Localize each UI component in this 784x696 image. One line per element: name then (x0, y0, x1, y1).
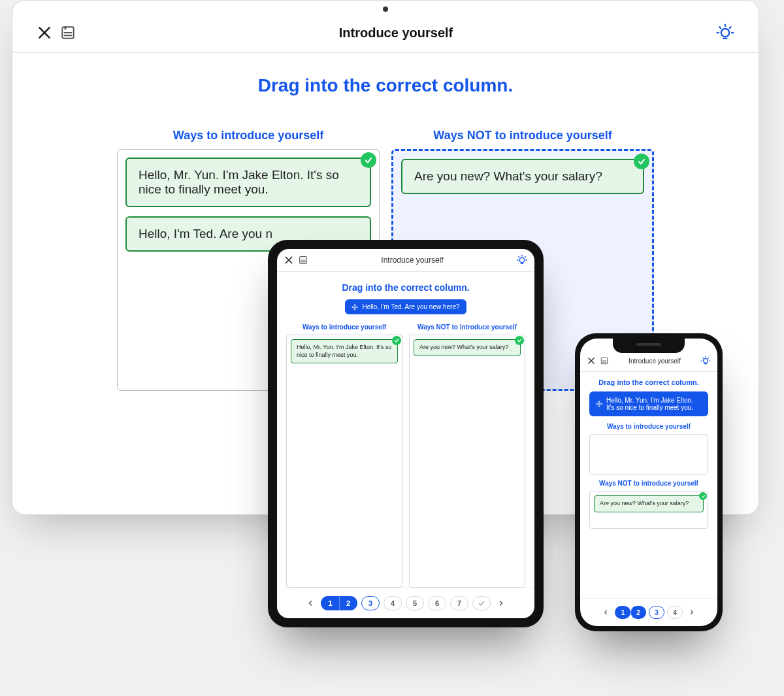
lesson-doc-icon[interactable] (298, 255, 308, 265)
submit-check-button[interactable] (472, 596, 491, 610)
hint-lightbulb-icon[interactable] (700, 356, 711, 366)
instruction-text: Drag into the correct column. (12, 75, 759, 96)
camera-dot (383, 7, 388, 12)
phone-screen: Introduce yourself Drag into the correct… (580, 339, 717, 626)
right-column-title: Ways NOT to introduce yourself (580, 480, 717, 487)
left-drop-zone[interactable]: Hello, Mr. Yun. I'm Jake Elton. It's so … (286, 335, 402, 588)
card-text: Hello, Mr. Yun. I'm Jake Elton. It's so … (297, 344, 391, 358)
draggable-chip[interactable]: Hello, I'm Ted. Are you new here? (345, 299, 466, 314)
answer-card[interactable]: Are you new? What's your salary? (414, 339, 521, 356)
page-button[interactable]: 1 (615, 606, 630, 619)
lesson-title: Introduce yourself (339, 25, 453, 41)
tablet-frame: Introduce yourself Drag into the correct… (268, 240, 544, 627)
page-button[interactable]: 1 (321, 596, 339, 610)
next-icon[interactable] (495, 596, 508, 610)
svg-point-13 (704, 359, 708, 363)
lesson-doc-icon[interactable] (59, 24, 76, 41)
phone-body: Drag into the correct column. Hello, Mr.… (580, 372, 717, 598)
left-column-title: Ways to introduce yourself (580, 423, 717, 430)
answer-card[interactable]: Are you new? What's your salary? (401, 159, 644, 194)
right-column: Ways NOT to introduce yourself Are you n… (409, 323, 525, 588)
correct-tick-icon (361, 152, 376, 168)
page-button[interactable]: 5 (406, 596, 424, 610)
pagination-bar: 1 2 3 4 5 6 7 (277, 588, 534, 618)
tablet-screen: Introduce yourself Drag into the correct… (277, 249, 534, 618)
hint-lightbulb-icon[interactable] (516, 254, 528, 266)
correct-tick-icon (515, 336, 524, 345)
move-icon (351, 304, 358, 310)
right-drop-zone[interactable]: Are you new? What's your salary? (409, 335, 525, 588)
close-icon[interactable] (36, 24, 53, 41)
answer-card[interactable]: Hello, Mr. Yun. I'm Jake Elton. It's so … (291, 339, 398, 363)
answer-card[interactable]: Are you new? What's your salary? (594, 495, 704, 512)
lesson-title: Introduce yourself (381, 256, 443, 265)
columns-container: Ways to introduce yourself Hello, Mr. Yu… (277, 323, 534, 588)
app-header: Introduce yourself (12, 18, 759, 53)
card-text: Hello, Mr. Yun. I'm Jake Elton. It's so … (139, 168, 339, 196)
left-column-title: Ways to introduce yourself (286, 323, 402, 331)
answer-card[interactable]: Hello, Mr. Yun. I'm Jake Elton. It's so … (125, 157, 371, 207)
phone-frame: Introduce yourself Drag into the correct… (575, 333, 723, 631)
page-button[interactable]: 3 (649, 606, 664, 619)
right-drop-zone[interactable]: Are you new? What's your salary? (589, 491, 708, 529)
hint-lightbulb-icon[interactable] (715, 23, 735, 42)
chip-text: Hello, I'm Ted. Are you new here? (362, 303, 459, 310)
phone-notch (613, 339, 685, 353)
svg-point-3 (721, 29, 730, 37)
pagination-bar: 1 2 3 4 (580, 598, 717, 626)
correct-tick-icon (634, 154, 649, 169)
instruction-text: Drag into the correct column. (580, 378, 717, 386)
page-button[interactable]: 4 (384, 596, 402, 610)
page-button[interactable]: 2 (630, 606, 646, 619)
right-column-title: Ways NOT to introduce yourself (391, 129, 654, 142)
left-column: Ways to introduce yourself Hello, Mr. Yu… (286, 323, 402, 588)
correct-tick-icon (699, 492, 707, 500)
right-column-title: Ways NOT to introduce yourself (409, 323, 525, 331)
move-icon (596, 401, 602, 407)
card-text: Are you new? What's your salary? (600, 500, 689, 506)
left-column-title: Ways to introduce yourself (117, 129, 380, 142)
chip-text: Hello, Mr. Yun. I'm Jake Elton. It's so … (606, 397, 702, 411)
lesson-title: Introduce yourself (629, 357, 681, 365)
svg-point-7 (519, 257, 525, 263)
correct-tick-icon (392, 336, 401, 345)
prev-icon[interactable] (304, 596, 317, 610)
instruction-text: Drag into the correct column. (277, 282, 534, 293)
phone-speaker (636, 343, 661, 346)
app-header: Introduce yourself (277, 249, 534, 272)
close-icon[interactable] (587, 356, 596, 365)
close-icon[interactable] (284, 255, 294, 265)
lesson-doc-icon[interactable] (600, 356, 609, 365)
page-button[interactable]: 7 (450, 596, 468, 610)
page-button[interactable]: 4 (667, 606, 683, 619)
draggable-chip[interactable]: Hello, Mr. Yun. I'm Jake Elton. It's so … (589, 391, 708, 416)
next-icon[interactable] (685, 605, 698, 620)
prev-icon[interactable] (599, 605, 612, 620)
page-button[interactable]: 2 (339, 596, 357, 610)
card-text: Hello, I'm Ted. Are you n (139, 227, 272, 240)
left-drop-zone[interactable] (589, 434, 708, 474)
page-button[interactable]: 3 (361, 596, 380, 610)
card-text: Are you new? What's your salary? (414, 169, 602, 183)
card-text: Are you new? What's your salary? (419, 344, 508, 350)
page-button[interactable]: 6 (428, 596, 446, 610)
